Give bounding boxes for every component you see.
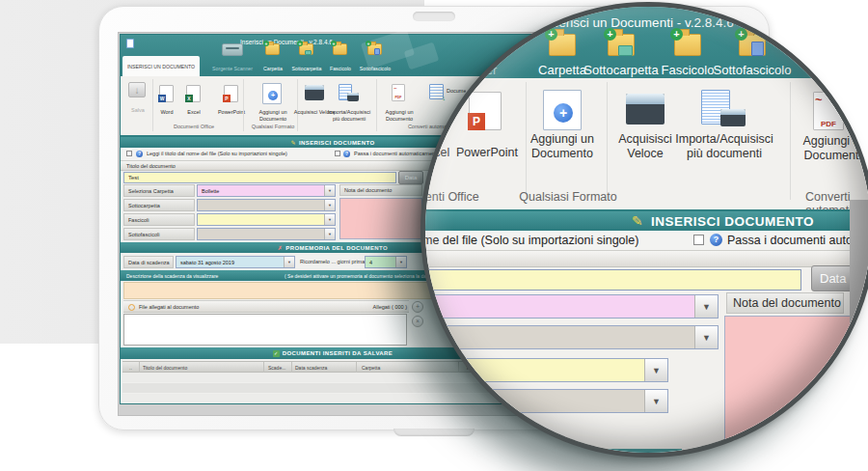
col-data-scadenza[interactable]: Data scadenza (295, 365, 327, 371)
attachments-label: File allegati al documento (139, 304, 199, 310)
import-documents-button[interactable]: Importa/Acquisisci più documenti (324, 109, 374, 122)
note-header: Nota del documento (339, 184, 422, 196)
powerpoint-icon[interactable]: P (224, 85, 238, 102)
stage: Inserisci un Documenti - v.2.8.4.6 INSER… (0, 0, 868, 471)
dropdown-icon[interactable]: ▼ (324, 214, 335, 225)
lens-sottocarpetta-folder-icon: + (608, 34, 635, 56)
lens-powerpoint-icon: P (469, 92, 502, 130)
word-icon[interactable]: W (159, 85, 174, 102)
add-document-icon[interactable]: + (262, 83, 282, 104)
magnifier-lens: Inserisci un Documenti - v.2.8.4.6 + + +… (420, 2, 868, 457)
checkbox-read-title[interactable] (126, 151, 132, 156)
app-icon (126, 39, 134, 48)
sottocarpetta-label: Sottocarpetta (123, 199, 195, 211)
tab-inserisci-documento[interactable]: INSERISCI UN DOCUMENTO (122, 56, 200, 76)
dropdown-icon[interactable]: ▼ (284, 257, 294, 267)
attachments-list[interactable] (123, 314, 407, 346)
lens-sottocarpetta-combo: ▼ (420, 325, 719, 349)
lens-import-label: Importa/Acquisisci più documenti (666, 132, 782, 161)
desc-label: Descrizione della scadenza da visualizza… (126, 273, 218, 279)
lens-note-header: Nota del documento (726, 292, 844, 314)
add-attachment-button[interactable]: + (412, 301, 423, 313)
title-input[interactable]: Test (123, 172, 396, 183)
col-carpetta[interactable]: Carpetta (362, 365, 380, 371)
note-textarea[interactable] (339, 198, 422, 239)
lens-toolbar-sottofascicolo: Sottofascicolo (704, 63, 800, 77)
fascicolo-folder-icon[interactable]: + (333, 43, 347, 55)
due-date-label: Data di scadenza (123, 256, 174, 268)
lens-title-input (420, 269, 801, 291)
lens-right-filler (850, 200, 868, 345)
info-icon: ? (343, 151, 350, 157)
lens-ribbon: X Excel P PowerPoint Documenti Office + … (425, 78, 868, 209)
data-button[interactable]: Data (398, 171, 423, 184)
lens-group-office: Documenti Office (420, 190, 491, 204)
pdf-icon[interactable]: ~PDF (392, 84, 405, 101)
lens-info-icon: ? (710, 234, 722, 246)
sottofascicoli-label: Sottofascicoli (123, 228, 195, 240)
lens-section-inserisci: ✎ INSERISCI DOCUMENTO (425, 211, 868, 231)
lens-carpetta-folder-icon: + (549, 34, 576, 56)
carpetta-folder-icon[interactable]: + (265, 43, 280, 55)
powerpoint-button[interactable]: PowerPoint (210, 109, 253, 115)
cross-icon: ✗ (278, 244, 283, 251)
col-scade[interactable]: Scade... (268, 365, 285, 371)
remove-attachment-button[interactable]: × (412, 316, 423, 327)
col-titolo[interactable]: Titolo del documento (143, 365, 187, 371)
dropdown-icon[interactable]: ▼ (324, 229, 335, 239)
save-button[interactable]: Salva (124, 107, 151, 113)
sottocarpetta-folder-icon[interactable]: + (299, 43, 313, 55)
lens-pencil-icon: ✎ (632, 213, 643, 229)
lens-section-sliver (420, 449, 682, 457)
due-date-combo[interactable]: sabato 31 agosto 2019▼ (176, 256, 295, 268)
col-dot[interactable]: .. (129, 365, 132, 371)
import-scanner-icon (347, 93, 359, 101)
sottocarpetta-combo[interactable]: ▼ (197, 199, 336, 211)
info-icon: ? (136, 151, 143, 157)
sottofascicolo-folder-icon[interactable]: + (367, 43, 382, 55)
select-carpetta-label: Seleziona Carpetta (123, 184, 195, 197)
select-carpetta-combo[interactable]: Bollette▼ (197, 184, 336, 197)
acquire-fast-scanner-icon[interactable] (305, 85, 324, 100)
plus-badge-icon: + (331, 41, 337, 46)
plus-badge-icon: + (366, 41, 371, 46)
lens-pdf-icon: ~PDF (813, 92, 844, 130)
lens-carpetta-combo: ▼ (420, 294, 719, 319)
lens-add-pdf-label: Aggiungi un Documento (794, 134, 868, 163)
dropdown-icon[interactable]: ▼ (324, 200, 335, 210)
remind-label: Ricordamelo ... giorni prima (300, 259, 365, 264)
lens-checkbox-row: Leggi il titolo dal nome del file (Solo … (425, 231, 868, 250)
lens-acquire-icon (626, 94, 665, 125)
lens-powerpoint-label: PowerPoint (456, 146, 514, 160)
lens-import-scanner-icon (720, 109, 746, 126)
convert-document-icon[interactable]: ↓ (429, 84, 444, 99)
plus-badge-icon: + (297, 41, 303, 46)
toolbar-sottofascicolo[interactable]: Sottofascicolo (352, 66, 398, 71)
lens-note-textarea (724, 316, 854, 443)
checkbox-pass-auto[interactable] (335, 151, 340, 156)
fascicoli-label: Fascicoli (123, 213, 195, 226)
save-docs-icon: ✓ (273, 350, 280, 357)
lens-sottofascicolo-folder-icon: + (739, 34, 766, 56)
lens-add-document-label: Aggiungi un Documento (524, 132, 601, 161)
add-pdf-document-button[interactable]: Aggiungi un Documento (378, 109, 420, 122)
add-document-button[interactable]: Aggiungi un Documento (252, 109, 294, 122)
title-field-label: Titolo del documento (126, 163, 176, 169)
laptop-camera-notch (413, 12, 455, 21)
excel-button[interactable]: Excel (176, 109, 211, 115)
pencil-icon: ✎ (291, 139, 296, 146)
scanner-source-icon[interactable] (222, 43, 243, 56)
attachment-icon (128, 304, 135, 311)
lens-add-document-icon: + (543, 90, 582, 130)
checkbox-pass-auto-label: Passa i documenti automaticamente (354, 151, 440, 156)
excel-icon[interactable]: X (186, 85, 201, 102)
dropdown-icon[interactable]: ▼ (324, 185, 335, 196)
save-icon[interactable]: ↓ (128, 82, 146, 97)
sottofascicoli-combo[interactable]: ▼ (197, 228, 336, 240)
remind-days-combo[interactable]: 4▼ (365, 256, 407, 268)
dropdown-icon[interactable]: ▼ (395, 257, 406, 267)
fascicoli-combo[interactable]: ▼ (197, 213, 336, 226)
lens-checkbox (693, 235, 704, 245)
lens-fascicolo-folder-icon: + (674, 34, 701, 56)
lens-group-any: Qualsiasi Formato (510, 190, 626, 204)
